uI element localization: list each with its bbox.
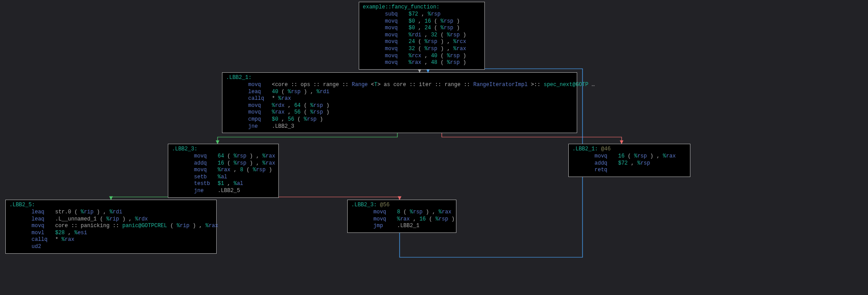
operand: 40 <box>272 89 278 95</box>
operand: ( <box>415 46 425 52</box>
operand: panicking <box>81 223 110 229</box>
operand: ( <box>437 32 447 38</box>
operand: 24 <box>408 39 415 45</box>
operand: ( <box>167 223 177 229</box>
asm-instr: jne .LBB2_3 <box>226 123 573 130</box>
mnemonic: addq <box>595 160 615 167</box>
asm-instr: setb %al <box>172 174 275 181</box>
operand: , <box>230 167 240 173</box>
operand: 32 <box>408 46 415 52</box>
operand: , <box>628 160 638 166</box>
block-lbb2-3-at56[interactable]: .LBB2_3: @56 movq 8 ( %rsp ) , %raxmovq … <box>347 200 456 233</box>
operand: ( <box>243 167 253 173</box>
asm-instr: callq * %rax <box>226 95 573 102</box>
operand: iter <box>419 82 432 88</box>
asm-instr: callq * %rax <box>9 236 213 244</box>
asm-instr: addq $72 , %rsp <box>572 160 686 167</box>
mnemonic: jne <box>194 188 214 195</box>
block-body: movq 64 ( %rsp ) , %raxaddq 16 ( %rsp ) … <box>172 153 275 195</box>
block-label: .LBB2_3: <box>172 146 275 152</box>
operand: ( <box>426 216 436 222</box>
asm-instr: leaq 40 ( %rsp ) , %rdi <box>226 89 573 96</box>
operand: ) <box>423 209 432 215</box>
asm-instr: movq %rcx , 40 ( %rsp ) <box>363 53 481 60</box>
mnemonic: movl <box>32 230 52 237</box>
operand: , <box>421 32 431 38</box>
mnemonic: movq <box>385 39 405 46</box>
mnemonic: leaq <box>32 209 52 216</box>
operand: ( <box>437 59 447 66</box>
asm-instr: testb $1 , %al <box>172 181 275 188</box>
operand: :: <box>406 82 419 88</box>
asm-instr: movq 8 ( %rsp ) , %rax <box>351 209 452 216</box>
operand: ( <box>437 53 447 59</box>
mnemonic: leaq <box>248 89 269 96</box>
operand: , <box>103 209 109 215</box>
operand <box>390 82 393 88</box>
operand: :: <box>432 82 444 88</box>
asm-instr: leaq .L__unnamed_1 ( %rip ) , %rdx <box>9 216 213 223</box>
operand: , <box>65 230 75 236</box>
operand: :: <box>310 82 323 88</box>
operand: , <box>310 89 317 95</box>
asm-instr: movq %rax , 8 ( %rsp ) <box>172 167 275 174</box>
block-lbb2-1[interactable]: .LBB2_1: movq <core :: ops :: range :: R… <box>222 72 577 133</box>
operand: 56 <box>288 116 294 122</box>
operand: ( <box>97 216 107 222</box>
mnemonic: testb <box>194 181 214 188</box>
operand: $72 <box>408 11 418 17</box>
operand: core <box>55 223 68 229</box>
operand: , <box>256 160 262 166</box>
asm-instr: movq 16 ( %rsp ) , %rax <box>572 153 686 160</box>
operand: ) <box>323 102 329 109</box>
block-body: movq 8 ( %rsp ) , %raxmovq %rax , 16 ( %… <box>351 209 452 230</box>
operand: str.0 <box>55 209 71 215</box>
mnemonic: movq <box>373 216 394 223</box>
operand: , <box>256 153 262 159</box>
block-lbb2-5[interactable]: .LBB2_5: leaq str.0 ( %rip ) , %rdileaq … <box>5 200 217 254</box>
mnemonic: movq <box>385 25 405 32</box>
operand: ) <box>119 216 129 222</box>
mnemonic: movq <box>385 59 405 67</box>
asm-instr: retq <box>572 167 686 174</box>
mnemonic: ud2 <box>32 244 52 251</box>
operand: :: <box>68 223 81 229</box>
asm-instr: movq <core :: ops :: range :: Range <T> … <box>226 82 573 89</box>
asm-instr: movq 24 ( %rsp ) , %rcx <box>363 39 481 46</box>
mnemonic: movq <box>248 102 269 110</box>
block-lbb2-3[interactable]: .LBB2_3: movq 64 ( %rsp ) , %raxaddq 16 … <box>168 144 279 198</box>
mnemonic: callq <box>248 95 269 102</box>
operand: ( <box>415 39 425 45</box>
asm-instr: movl $28 , %esi <box>9 230 213 237</box>
operand: 40 <box>431 53 437 59</box>
asm-instr: movq %rdi , 32 ( %rsp ) <box>363 32 481 39</box>
mnemonic: jne <box>248 123 269 130</box>
operand: ) <box>453 18 460 24</box>
operand: spec_next@GOTP <box>543 82 588 88</box>
mnemonic: movq <box>248 109 269 116</box>
mnemonic: movq <box>194 153 214 160</box>
asm-instr: cmpq $0 , 56 ( %rsp ) <box>226 116 573 123</box>
operand: , <box>657 153 663 159</box>
operand: :: <box>288 82 301 88</box>
mnemonic: movq <box>595 153 615 160</box>
mnemonic: movq <box>194 167 214 174</box>
operand: Range <box>352 82 368 88</box>
operand: ) <box>317 116 323 122</box>
operand: ( <box>431 25 441 31</box>
operand: , <box>418 11 428 17</box>
operand: ( <box>294 116 304 122</box>
operand: 24 <box>424 25 431 31</box>
operand: , <box>278 116 288 122</box>
asm-instr: movq %rax , 16 ( %rsp ) <box>351 216 452 223</box>
operand: , <box>129 216 135 222</box>
operand: $72 <box>618 160 628 166</box>
operand: .L__unnamed_1 <box>55 216 97 222</box>
block-entry[interactable]: example::fancy_function: subq $72 , %rsp… <box>359 2 485 70</box>
operand: ( <box>400 209 410 215</box>
operand: , <box>224 181 234 187</box>
operand: , <box>199 223 205 229</box>
operand: ) <box>190 223 199 229</box>
block-lbb2-1-at46[interactable]: .LBB2_1: @46 movq 16 ( %rsp ) , %raxaddq… <box>568 144 690 177</box>
operand: ops <box>301 82 310 88</box>
